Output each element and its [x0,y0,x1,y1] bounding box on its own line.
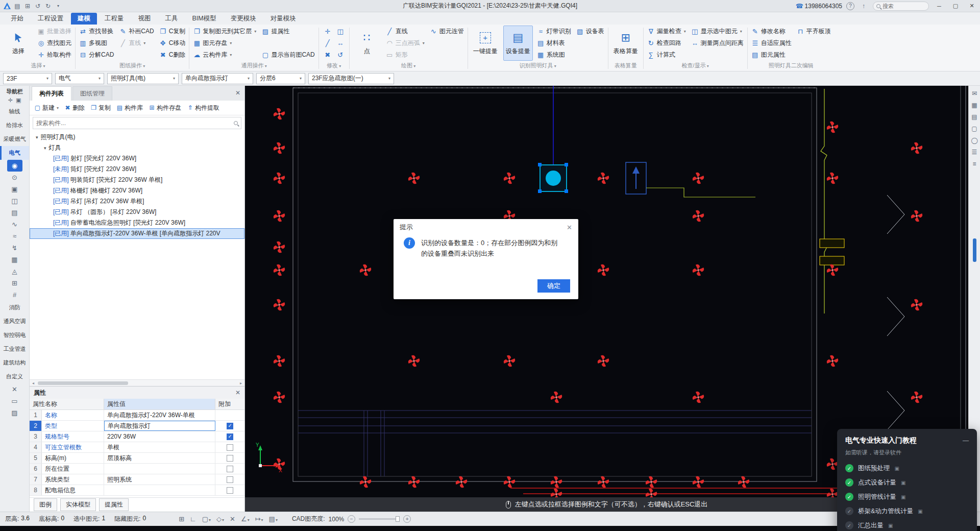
wire-icon[interactable]: ∿ [7,219,22,230]
component-table-icon[interactable]: ▤ [971,113,977,120]
legend-button[interactable]: 图例 [34,498,57,511]
nav-item-low-voltage[interactable]: 智控弱电 [0,328,29,342]
save-icon[interactable]: ⊞ [22,2,33,11]
extend-icon[interactable]: ↔ [334,38,347,49]
cad-delete-button[interactable]: ✖C删除 [158,49,187,61]
redo-icon[interactable]: ↻ [43,2,53,11]
rectangle-button[interactable]: ▭矩形 [385,49,426,61]
find-replace-button[interactable]: ⇄查找替换 [78,26,115,37]
component-library-button[interactable]: ▤构件库 [114,102,145,114]
component-item[interactable]: [已用] 单向疏散指示灯-220V 36W-单根 [单向疏散指示灯 220V [30,228,244,239]
tracking-snap-icon[interactable]: ↦▾ [255,515,263,523]
property-value[interactable]: 层顶标高 [104,453,215,463]
component-extract-button[interactable]: ⇑构件提取 [184,102,222,114]
delete-component-button[interactable]: ✖删除 [62,102,87,114]
ribbon-tab[interactable]: 变更模块 [224,13,263,25]
minimize-button[interactable]: ─ [933,1,945,11]
message-icon[interactable]: ✉ [972,90,977,97]
component-item[interactable]: [已用] 吊灯 [吊灯 220V 36W 单根] [30,196,244,207]
undo-icon[interactable]: ↺ [33,2,43,11]
copy-to-other-floor-button[interactable]: ❐复制图元到其它层▾ [192,26,257,37]
hatch-tool-icon[interactable]: ▨ [7,407,22,419]
attach-checkbox[interactable] [227,444,233,451]
component-item[interactable]: [已用] 明装筒灯 [荧光灯 220V 36W 单根] [30,175,244,185]
pin-icon[interactable]: ↑ [859,2,869,11]
lighting-fixture-icon[interactable]: ◉ [7,160,22,172]
group-label-common-ops[interactable]: 通用操作 [192,61,315,70]
extract-property-button[interactable]: 提属性 [99,498,129,511]
nav-item-structure[interactable]: 建筑结构 [0,356,29,370]
ribbon-tab[interactable]: BIM模型 [186,13,223,25]
batch-select-button[interactable]: ▣批量选择 [36,26,72,37]
cross-snap-icon[interactable]: ✕ [230,515,235,523]
property-row[interactable]: 8 配电箱信息 [30,485,244,496]
group-label-identify[interactable]: 识别照明灯具 [471,61,605,70]
component-item[interactable]: [已用] 自带蓄电池应急照明灯 [荧光灯 220V 36W] [30,218,244,228]
ribbon-tab[interactable]: 建模 [71,13,97,25]
ribbon-tab[interactable]: 工具 [159,13,185,25]
tutorial-minimize-icon[interactable]: — [963,437,969,444]
save-element-button[interactable]: ▦图元存盘▾ [192,37,257,49]
find-element-button[interactable]: ◎查找图元 [36,37,72,49]
specialty-select[interactable]: 电气▾ [55,73,104,84]
one-key-extract-button[interactable]: + 一键提量 [471,26,500,61]
panel-close-icon[interactable]: ✕ [235,89,240,96]
property-row[interactable]: 4 可连立管根数 单根 [30,442,244,453]
property-row[interactable]: 3 规格型号 220V 36W [30,431,244,442]
cad-copy-button[interactable]: ❐C复制 [158,26,187,37]
close-button[interactable]: ✕ [966,1,978,11]
align-slab-top-button[interactable]: ⊓平齐板顶 [796,26,832,37]
cad-move-button[interactable]: ✥C移动 [158,37,187,49]
open-icon[interactable]: ▤ [12,2,22,11]
properties-close-icon[interactable]: ✕ [235,389,240,396]
attach-checkbox[interactable] [227,466,233,472]
tutorial-step[interactable]: ✓ 桥架&动力管线计量 ▣ [845,504,969,518]
cable-tray-icon[interactable]: ▦ [7,254,22,266]
delete-icon[interactable]: ✖ [322,50,334,61]
cad-line-button[interactable]: ╱直线▾ [118,37,155,49]
help-icon[interactable]: ? [846,2,854,10]
connect-pipe-button[interactable]: ∿图元连管 [429,26,465,37]
circle-tool-icon[interactable]: ◯ [971,137,977,144]
global-search[interactable] [873,2,929,11]
component-item[interactable]: [已用] 射灯 [荧光灯 220V 36W] [30,153,244,164]
crosshair-icon[interactable]: ✛ [8,97,13,104]
window-icon[interactable]: ▣ [16,97,21,104]
property-value[interactable]: 单向疏散指示灯-220V 36W-单根 [104,410,215,420]
step-doc-icon[interactable]: ▣ [895,466,899,471]
show-current-cad-button[interactable]: ▢显示当前图CAD [260,49,315,61]
expander-icon[interactable]: ▾ [36,135,38,140]
tree-node-category[interactable]: ▾照明灯具(电) [30,132,244,142]
expander-icon[interactable]: ▾ [44,146,46,151]
nav-item-custom[interactable]: 自定义 [0,370,29,383]
category-select[interactable]: 照明灯具(电)▾ [107,73,179,84]
show-selected-button[interactable]: ◫显示选中图元▾ [690,26,745,37]
grid-icon[interactable]: ⊞ [7,277,22,289]
component-item[interactable]: [已用] 格栅灯 [格栅灯 220V 36W] [30,185,244,196]
pick-component-button[interactable]: ✛拾取构件 [36,49,72,61]
tutorial-step[interactable]: ✓ 点式设备计量 ▣ [845,475,969,490]
misc-icon[interactable]: # [7,289,22,301]
step-doc-icon[interactable]: ▣ [888,523,893,528]
step-doc-icon[interactable]: ▣ [901,494,905,500]
lightning-protection-icon[interactable]: ↯ [7,242,22,254]
device-table-button[interactable]: ▧设备表 [575,26,605,37]
copy-component-button[interactable]: ❐复制 [88,102,113,114]
offset-icon[interactable]: ✛ [322,26,334,37]
explode-cad-button[interactable]: ⊟分解CAD [78,49,115,61]
missing-check-button[interactable]: ∇漏量检查▾ [646,26,687,37]
measure-distance-button[interactable]: ↔测量两点间距离 [690,37,745,49]
nav-item-axis[interactable]: 轴线 [0,105,29,118]
switch-icon[interactable]: ⊙ [7,172,22,183]
layer-select[interactable]: 分层6▾ [256,73,305,84]
layers-snap-icon[interactable]: ▤▾ [269,515,278,523]
scrollbar-thumb[interactable] [38,381,128,385]
equipment-icon[interactable]: ◬ [7,266,22,277]
brightness-plus-icon[interactable]: + [403,515,411,523]
attach-checkbox[interactable] [227,455,233,462]
nav-item-hvac[interactable]: 通风空调 [0,315,29,328]
brightness-minus-icon[interactable]: − [348,515,355,523]
trim-icon[interactable]: ╱ [322,38,334,49]
component-select[interactable]: 单向疏散指示灯▾ [182,73,253,84]
property-value[interactable]: 220V 36W [104,431,215,442]
